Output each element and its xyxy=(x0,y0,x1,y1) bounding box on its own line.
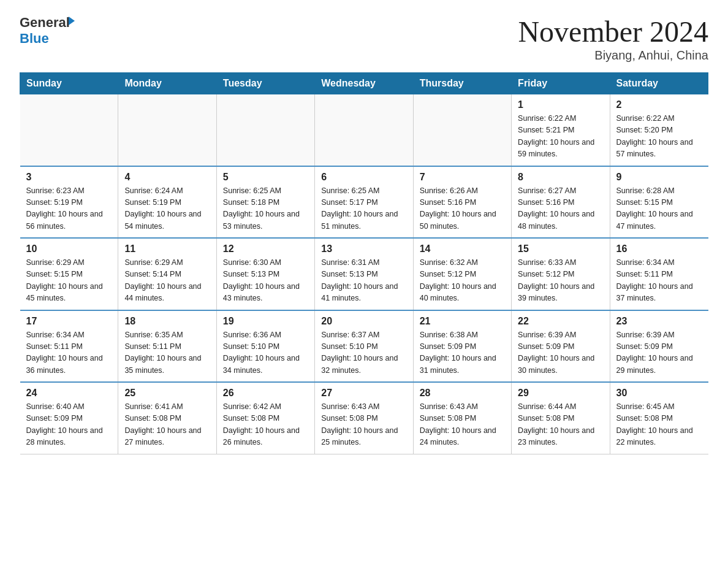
calendar-cell: 10Sunrise: 6:29 AMSunset: 5:15 PMDayligh… xyxy=(20,238,118,310)
calendar-week-1: 1Sunrise: 6:22 AMSunset: 5:21 PMDaylight… xyxy=(20,94,708,166)
day-number: 12 xyxy=(223,243,308,255)
calendar-cell: 11Sunrise: 6:29 AMSunset: 5:14 PMDayligh… xyxy=(118,238,216,310)
day-info: Sunrise: 6:23 AMSunset: 5:19 PMDaylight:… xyxy=(26,185,112,233)
day-info: Sunrise: 6:30 AMSunset: 5:13 PMDaylight:… xyxy=(223,257,308,305)
month-title: November 2024 xyxy=(518,15,708,48)
calendar-cell: 20Sunrise: 6:37 AMSunset: 5:10 PMDayligh… xyxy=(315,310,413,383)
calendar-cell: 21Sunrise: 6:38 AMSunset: 5:09 PMDayligh… xyxy=(413,310,511,383)
day-info: Sunrise: 6:22 AMSunset: 5:21 PMDaylight:… xyxy=(518,113,603,161)
day-info: Sunrise: 6:39 AMSunset: 5:09 PMDaylight:… xyxy=(616,329,702,377)
calendar-week-3: 10Sunrise: 6:29 AMSunset: 5:15 PMDayligh… xyxy=(20,238,708,310)
day-info: Sunrise: 6:35 AMSunset: 5:11 PMDaylight:… xyxy=(124,329,210,377)
day-number: 11 xyxy=(124,243,210,255)
calendar-table: SundayMondayTuesdayWednesdayThursdayFrid… xyxy=(20,72,708,454)
calendar-cell: 27Sunrise: 6:43 AMSunset: 5:08 PMDayligh… xyxy=(315,382,413,454)
logo: General Blue xyxy=(20,15,75,47)
weekday-header-row: SundayMondayTuesdayWednesdayThursdayFrid… xyxy=(20,73,708,94)
calendar-cell: 14Sunrise: 6:32 AMSunset: 5:12 PMDayligh… xyxy=(413,238,511,310)
calendar-cell: 25Sunrise: 6:41 AMSunset: 5:08 PMDayligh… xyxy=(118,382,216,454)
day-number: 21 xyxy=(420,316,505,327)
calendar-cell xyxy=(118,94,216,166)
day-info: Sunrise: 6:28 AMSunset: 5:15 PMDaylight:… xyxy=(616,185,702,233)
day-number: 10 xyxy=(26,243,112,255)
day-number: 27 xyxy=(321,388,406,399)
day-info: Sunrise: 6:37 AMSunset: 5:10 PMDaylight:… xyxy=(321,329,406,377)
weekday-header-tuesday: Tuesday xyxy=(216,73,314,94)
day-info: Sunrise: 6:29 AMSunset: 5:14 PMDaylight:… xyxy=(124,257,210,305)
calendar-week-4: 17Sunrise: 6:34 AMSunset: 5:11 PMDayligh… xyxy=(20,310,708,383)
calendar-cell xyxy=(413,94,511,166)
logo-general-text: General xyxy=(20,15,70,31)
weekday-header-saturday: Saturday xyxy=(610,73,708,94)
day-number: 25 xyxy=(124,388,210,399)
day-info: Sunrise: 6:39 AMSunset: 5:09 PMDaylight:… xyxy=(518,329,603,377)
calendar-cell: 17Sunrise: 6:34 AMSunset: 5:11 PMDayligh… xyxy=(20,310,118,383)
weekday-header-sunday: Sunday xyxy=(20,73,118,94)
calendar-cell: 5Sunrise: 6:25 AMSunset: 5:18 PMDaylight… xyxy=(216,166,314,239)
day-number: 16 xyxy=(616,243,702,255)
day-info: Sunrise: 6:36 AMSunset: 5:10 PMDaylight:… xyxy=(223,329,308,377)
weekday-header-monday: Monday xyxy=(118,73,216,94)
day-number: 6 xyxy=(321,172,406,183)
day-info: Sunrise: 6:45 AMSunset: 5:08 PMDaylight:… xyxy=(616,401,702,449)
calendar-cell: 6Sunrise: 6:25 AMSunset: 5:17 PMDaylight… xyxy=(315,166,413,239)
calendar-cell: 12Sunrise: 6:30 AMSunset: 5:13 PMDayligh… xyxy=(216,238,314,310)
calendar-cell: 9Sunrise: 6:28 AMSunset: 5:15 PMDaylight… xyxy=(610,166,708,239)
day-number: 24 xyxy=(26,388,112,399)
calendar-cell: 29Sunrise: 6:44 AMSunset: 5:08 PMDayligh… xyxy=(512,382,610,454)
calendar-cell: 16Sunrise: 6:34 AMSunset: 5:11 PMDayligh… xyxy=(610,238,708,310)
logo-blue-text: Blue xyxy=(20,31,49,47)
day-number: 23 xyxy=(616,316,702,327)
day-number: 28 xyxy=(420,388,505,399)
day-number: 2 xyxy=(616,99,702,110)
day-info: Sunrise: 6:34 AMSunset: 5:11 PMDaylight:… xyxy=(616,257,702,305)
weekday-header-thursday: Thursday xyxy=(413,73,511,94)
calendar-cell: 22Sunrise: 6:39 AMSunset: 5:09 PMDayligh… xyxy=(512,310,610,383)
location-text: Biyang, Anhui, China xyxy=(518,48,708,63)
calendar-cell: 15Sunrise: 6:33 AMSunset: 5:12 PMDayligh… xyxy=(512,238,610,310)
day-info: Sunrise: 6:33 AMSunset: 5:12 PMDaylight:… xyxy=(518,257,603,305)
weekday-header-wednesday: Wednesday xyxy=(315,73,413,94)
calendar-cell: 18Sunrise: 6:35 AMSunset: 5:11 PMDayligh… xyxy=(118,310,216,383)
calendar-cell: 7Sunrise: 6:26 AMSunset: 5:16 PMDaylight… xyxy=(413,166,511,239)
day-number: 13 xyxy=(321,243,406,255)
day-number: 5 xyxy=(223,172,308,183)
day-number: 1 xyxy=(518,99,603,110)
calendar-cell xyxy=(216,94,314,166)
calendar-cell: 2Sunrise: 6:22 AMSunset: 5:20 PMDaylight… xyxy=(610,94,708,166)
day-info: Sunrise: 6:25 AMSunset: 5:18 PMDaylight:… xyxy=(223,185,308,233)
day-info: Sunrise: 6:32 AMSunset: 5:12 PMDaylight:… xyxy=(420,257,505,305)
day-number: 20 xyxy=(321,316,406,327)
day-number: 7 xyxy=(420,172,505,183)
day-number: 30 xyxy=(616,388,702,399)
day-info: Sunrise: 6:43 AMSunset: 5:08 PMDaylight:… xyxy=(321,401,406,449)
day-number: 22 xyxy=(518,316,603,327)
calendar-cell: 8Sunrise: 6:27 AMSunset: 5:16 PMDaylight… xyxy=(512,166,610,239)
day-number: 17 xyxy=(26,316,112,327)
day-number: 4 xyxy=(124,172,210,183)
day-info: Sunrise: 6:25 AMSunset: 5:17 PMDaylight:… xyxy=(321,185,406,233)
calendar-cell: 23Sunrise: 6:39 AMSunset: 5:09 PMDayligh… xyxy=(610,310,708,383)
calendar-cell xyxy=(315,94,413,166)
day-info: Sunrise: 6:31 AMSunset: 5:13 PMDaylight:… xyxy=(321,257,406,305)
day-number: 29 xyxy=(518,388,603,399)
day-info: Sunrise: 6:41 AMSunset: 5:08 PMDaylight:… xyxy=(124,401,210,449)
day-number: 14 xyxy=(420,243,505,255)
day-number: 18 xyxy=(124,316,210,327)
day-number: 3 xyxy=(26,172,112,183)
day-info: Sunrise: 6:24 AMSunset: 5:19 PMDaylight:… xyxy=(124,185,210,233)
day-info: Sunrise: 6:27 AMSunset: 5:16 PMDaylight:… xyxy=(518,185,603,233)
calendar-cell: 30Sunrise: 6:45 AMSunset: 5:08 PMDayligh… xyxy=(610,382,708,454)
calendar-cell: 3Sunrise: 6:23 AMSunset: 5:19 PMDaylight… xyxy=(20,166,118,239)
title-section: November 2024 Biyang, Anhui, China xyxy=(518,15,708,63)
day-number: 19 xyxy=(223,316,308,327)
page-header: General Blue November 2024 Biyang, Anhui… xyxy=(20,15,708,63)
day-number: 8 xyxy=(518,172,603,183)
calendar-cell: 19Sunrise: 6:36 AMSunset: 5:10 PMDayligh… xyxy=(216,310,314,383)
calendar-cell: 1Sunrise: 6:22 AMSunset: 5:21 PMDaylight… xyxy=(512,94,610,166)
day-info: Sunrise: 6:43 AMSunset: 5:08 PMDaylight:… xyxy=(420,401,505,449)
day-number: 26 xyxy=(223,388,308,399)
day-info: Sunrise: 6:29 AMSunset: 5:15 PMDaylight:… xyxy=(26,257,112,305)
day-info: Sunrise: 6:34 AMSunset: 5:11 PMDaylight:… xyxy=(26,329,112,377)
calendar-cell xyxy=(20,94,118,166)
